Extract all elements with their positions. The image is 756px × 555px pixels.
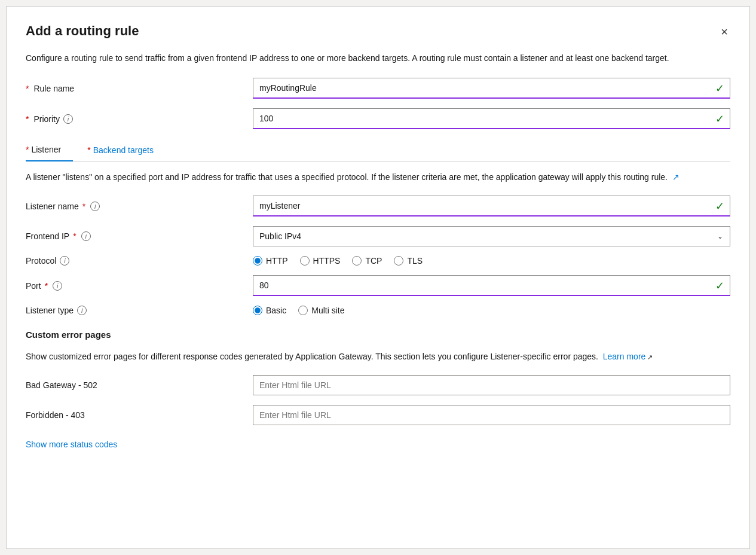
listener-type-label-text: Listener type [26,306,74,315]
protocol-http-radio[interactable] [253,256,262,266]
forbidden-input[interactable] [253,405,730,425]
listener-type-radio-group: Basic Multi site [253,306,730,315]
port-row: Port * i ✓ [26,275,730,296]
port-control: ✓ [253,275,730,296]
port-required: * [45,281,48,291]
bad-gateway-input[interactable] [253,375,730,395]
priority-input[interactable] [253,108,730,129]
listener-name-input[interactable] [253,196,730,216]
listener-type-basic-option[interactable]: Basic [253,306,286,315]
protocol-https-label: HTTPS [313,256,341,266]
frontend-ip-label-text: Frontend IP [26,231,69,241]
protocol-http-option[interactable]: HTTP [253,256,288,266]
tab-listener-label: Listener [31,145,61,154]
protocol-tls-label: TLS [407,256,423,266]
custom-error-pages-heading: Custom error pages [26,330,730,340]
bad-gateway-label-text: Bad Gateway - 502 [26,380,97,390]
protocol-https-option[interactable]: HTTPS [300,256,341,266]
protocol-tls-radio[interactable] [394,256,403,266]
protocol-info-icon[interactable]: i [60,256,69,266]
listener-type-label: Listener type i [26,306,253,315]
listener-name-required: * [82,202,85,211]
protocol-label: Protocol i [26,256,253,266]
listener-name-label-text: Listener name [26,202,79,211]
listener-type-info-icon[interactable]: i [77,306,87,315]
priority-label-text: Priority [33,114,60,124]
dialog-title: Add a routing rule [26,23,139,39]
dialog-header: Add a routing rule × [26,23,730,40]
tab-description: A listener "listens" on a specified port… [26,171,683,184]
frontend-ip-select[interactable]: Public IPv4 Private IPv4 [253,226,730,246]
listener-name-info-icon[interactable]: i [90,202,100,211]
dialog: Add a routing rule × Configure a routing… [6,6,750,549]
port-label-text: Port [26,281,41,291]
forbidden-row: Forbidden - 403 [26,405,730,425]
priority-required: * [26,114,29,124]
protocol-tcp-option[interactable]: TCP [352,256,382,266]
tab-listener-required: * [26,145,29,154]
tab-description-link[interactable]: ↗ [672,172,680,182]
rule-name-label: * Rule name [26,84,253,93]
priority-row: * Priority i ✓ [26,108,730,129]
protocol-radio-group: HTTP HTTPS TCP TLS [253,256,730,266]
listener-type-multisite-option[interactable]: Multi site [298,306,344,315]
priority-control: ✓ [253,108,730,129]
port-label: Port * i [26,281,253,291]
port-info-icon[interactable]: i [53,281,62,291]
rule-name-row: * Rule name ✓ [26,78,730,99]
priority-check-icon: ✓ [715,112,724,126]
rule-name-input[interactable] [253,78,730,99]
forbidden-label: Forbidden - 403 [26,410,253,420]
protocol-https-radio[interactable] [300,256,310,266]
bad-gateway-label: Bad Gateway - 502 [26,380,253,390]
tab-description-text: A listener "listens" on a specified port… [26,172,668,182]
rule-name-label-text: Rule name [33,84,74,93]
custom-error-pages-description: Show customized error pages for differen… [26,346,683,363]
protocol-tcp-label: TCP [365,256,382,266]
show-more-status-codes-link[interactable]: Show more status codes [26,440,117,449]
listener-name-check-icon: ✓ [715,200,724,213]
port-check-icon: ✓ [715,279,724,292]
listener-name-row: Listener name * i ✓ [26,196,730,216]
tab-backend-required: * [87,145,90,155]
listener-type-multisite-radio[interactable] [298,306,308,315]
frontend-ip-label: Frontend IP * i [26,231,253,241]
listener-type-basic-radio[interactable] [253,306,262,315]
protocol-label-text: Protocol [26,256,56,266]
tabs-container: *Listener *Backend targets [26,139,730,161]
tab-backend-targets[interactable]: *Backend targets [87,139,166,161]
protocol-tcp-radio[interactable] [352,256,362,266]
frontend-ip-required: * [73,231,76,241]
dialog-description: Configure a routing rule to send traffic… [26,52,683,65]
frontend-ip-wrapper: Public IPv4 Private IPv4 ⌄ [253,226,730,246]
listener-type-basic-label: Basic [266,306,286,315]
tab-backend-label: Backend targets [93,145,154,155]
listener-type-multisite-label: Multi site [311,306,344,315]
listener-name-control: ✓ [253,196,730,216]
priority-info-icon[interactable]: i [63,114,73,124]
bad-gateway-row: Bad Gateway - 502 [26,375,730,395]
forbidden-control [253,405,730,425]
bad-gateway-control [253,375,730,395]
learn-more-external-icon: ↗ [647,352,653,362]
rule-name-control: ✓ [253,78,730,99]
forbidden-label-text: Forbidden - 403 [26,410,85,420]
protocol-row: Protocol i HTTP HTTPS TCP TLS [26,256,730,266]
port-input[interactable] [253,275,730,296]
frontend-ip-info-icon[interactable]: i [81,231,91,241]
close-button[interactable]: × [718,23,730,40]
listener-name-label: Listener name * i [26,202,253,211]
custom-error-pages-desc-text: Show customized error pages for differen… [26,352,598,361]
frontend-ip-row: Frontend IP * i Public IPv4 Private IPv4… [26,226,730,246]
priority-label: * Priority i [26,114,253,124]
learn-more-link[interactable]: Learn more [603,350,646,363]
tab-listener[interactable]: *Listener [26,139,73,161]
rule-name-check-icon: ✓ [715,82,724,95]
rule-name-required: * [26,84,29,93]
listener-type-row: Listener type i Basic Multi site [26,306,730,315]
protocol-http-label: HTTP [266,256,288,266]
protocol-tls-option[interactable]: TLS [394,256,423,266]
